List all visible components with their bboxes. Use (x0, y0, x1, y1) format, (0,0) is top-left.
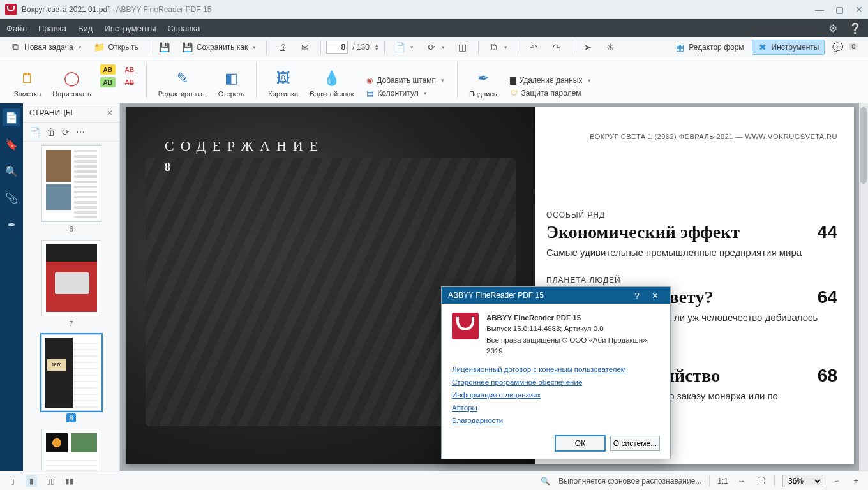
add-page-button[interactable]: 📄▾ (390, 40, 419, 54)
highlight-yellow-icon[interactable]: AB (100, 64, 116, 75)
signature-tool[interactable]: ✒Подпись (467, 67, 500, 103)
signature-icon: ✒ (473, 70, 493, 87)
edit-tool[interactable]: ✎Редактировать (156, 67, 209, 103)
comments-button[interactable]: 💬0 (827, 40, 863, 54)
sb-single-page-icon[interactable]: ▯ (6, 475, 18, 487)
title-bar: Вокруг света 2021 01.pdf - ABBYY FineRea… (0, 0, 868, 19)
menu-tools[interactable]: Инструменты (104, 24, 156, 33)
rail-bookmarks-icon[interactable]: 🔖 (3, 135, 20, 153)
add-stamp-tool[interactable]: ◉Добавить штамп▾ (363, 75, 448, 86)
save-icon: 💾 (160, 42, 170, 52)
zoom-select[interactable]: 36% (782, 475, 823, 487)
undo-button[interactable]: ↶ (523, 40, 544, 54)
thumbnail[interactable]: 1876 8 (32, 334, 110, 422)
page-down-icon[interactable]: ▼ (375, 47, 379, 52)
vertical-scrollbar[interactable] (859, 103, 868, 471)
secondary-toolbar: 🗒Заметка ◯Нарисовать AB AB AB AB ✎Редакт… (0, 57, 868, 103)
redo-button[interactable]: ↷ (546, 40, 567, 54)
dialog-close-icon[interactable]: ✕ (646, 291, 664, 301)
underline-icon[interactable]: AB (122, 64, 137, 75)
redo-icon: ↷ (551, 42, 562, 52)
dialog-link-licenses[interactable]: Информация о лицензиях (452, 391, 660, 399)
app-name: - ABBYY FineReader PDF 15 (112, 5, 212, 14)
save-as-button[interactable]: 💾Сохранить как▾ (177, 40, 261, 54)
sb-two-continuous-icon[interactable]: ▮▮ (64, 475, 75, 487)
sb-fit-width-icon[interactable]: ↔ (736, 475, 747, 487)
header-footer-icon: ▤ (366, 89, 373, 98)
zoom-out-icon[interactable]: − (831, 475, 842, 487)
eraser-icon: ◧ (221, 70, 242, 87)
pages-more-icon[interactable]: ⋯ (76, 127, 85, 137)
rail-signature-icon[interactable]: ✒ (3, 216, 20, 234)
thumbnail[interactable]: 7 (32, 240, 110, 328)
app-icon (5, 4, 17, 15)
menu-help[interactable]: Справка (167, 24, 200, 33)
save-as-icon: 💾 (183, 42, 193, 52)
rail-pages-icon[interactable]: 📄 (3, 108, 20, 126)
page-number-input[interactable] (326, 41, 348, 54)
rail-attachments-icon[interactable]: 📎 (3, 189, 20, 207)
folder-open-icon: 📁 (94, 42, 105, 52)
rotate-button[interactable]: ⟳▾ (421, 40, 450, 54)
erase-tool[interactable]: ◧Стереть (216, 67, 248, 103)
sb-two-page-icon[interactable]: ▯▯ (45, 475, 56, 487)
pages-delete-icon[interactable]: 🗑 (47, 127, 56, 137)
strikethrough-icon[interactable]: AB (122, 77, 137, 87)
dialog-link-eula[interactable]: Лицензионный договор с конечным пользова… (452, 366, 660, 373)
menu-view[interactable]: Вид (78, 24, 93, 33)
dialog-link-thirdparty[interactable]: Стороннее программное обеспечение (452, 378, 660, 386)
draw-tool[interactable]: ◯Нарисовать (50, 67, 93, 103)
zoom-in-icon[interactable]: + (850, 475, 862, 487)
tools-button[interactable]: ✖Инструменты (752, 40, 825, 55)
rail-search-icon[interactable]: 🔍 (3, 162, 20, 180)
page-overline: СОДЕРЖАНИЕ (165, 138, 324, 154)
crop-button[interactable]: ◫ (453, 40, 473, 54)
picture-tool[interactable]: 🖼Картинка (266, 67, 301, 103)
window-minimize-icon[interactable]: — (815, 4, 824, 15)
sb-search-icon[interactable]: 🔍 (539, 475, 551, 487)
open-button[interactable]: 📁Открыть (89, 40, 144, 54)
select-tool[interactable]: ☀ (601, 40, 621, 54)
sb-ratio[interactable]: 1:1 (717, 477, 728, 486)
thumbnail[interactable]: 9 (32, 429, 110, 471)
header-footer-tool[interactable]: ▤Колонтитул▾ (363, 87, 448, 99)
email-button[interactable]: ✉ (295, 40, 315, 54)
pages-rotate-icon[interactable]: ⟳ (62, 127, 70, 137)
note-tool[interactable]: 🗒Заметка (11, 67, 43, 103)
window-close-icon[interactable]: ✕ (855, 4, 863, 15)
dialog-title: ABBYY FineReader PDF 15 (448, 291, 544, 300)
page-up-icon[interactable]: ▲ (375, 43, 379, 47)
form-editor-icon: ▦ (675, 42, 685, 52)
menu-edit[interactable]: Правка (38, 24, 66, 33)
article-block: ОСОБЫЙ РЯД Экономический эффект44 Самые … (546, 211, 837, 259)
dialog-link-authors[interactable]: Авторы (452, 404, 660, 412)
new-task-button[interactable]: ⧉Новая задача▾ (5, 40, 87, 54)
ocr-button[interactable]: 🗎▾ (484, 40, 513, 54)
window-maximize-icon[interactable]: ▢ (835, 4, 844, 15)
settings-gear-icon[interactable]: ⚙ (828, 22, 837, 34)
dialog-system-info-button[interactable]: О системе... (610, 436, 660, 451)
pointer-tool[interactable]: ➤ (578, 40, 598, 54)
main-toolbar: ⧉Новая задача▾ 📁Открыть 💾 💾Сохранить как… (0, 37, 868, 57)
print-button[interactable]: 🖨 (272, 40, 292, 54)
menu-file[interactable]: Файл (6, 24, 27, 33)
help-icon[interactable]: ❔ (849, 22, 862, 34)
dialog-product-name: ABBYY FineReader PDF 15 (486, 313, 660, 323)
pages-panel-close-icon[interactable]: ✕ (107, 108, 113, 117)
sb-fit-page-icon[interactable]: ⛶ (755, 475, 767, 487)
status-text: Выполняется фоновое распознавание... (558, 477, 701, 486)
watermark-tool[interactable]: 💧Водяной знак (307, 67, 356, 103)
highlight-green-icon[interactable]: AB (100, 77, 116, 87)
form-editor-button[interactable]: ▦Редактор форм (670, 40, 749, 54)
thumbnail[interactable]: 6 (32, 145, 110, 234)
shield-icon: 🛡 (510, 89, 518, 98)
sb-continuous-icon[interactable]: ▮ (26, 475, 37, 487)
pages-add-icon[interactable]: 📄 (29, 127, 40, 137)
document-area: СОДЕРЖАНИЕ 8 62 ВОКРУГ СВЕТА 1 (2962) ФЕ… (120, 103, 868, 471)
dialog-link-thanks[interactable]: Благодарности (452, 417, 660, 424)
dialog-help-icon[interactable]: ? (628, 291, 646, 301)
delete-data-tool[interactable]: ▇Удаление данных▾ (506, 75, 595, 86)
dialog-ok-button[interactable]: ОК (555, 436, 605, 451)
password-protect-tool[interactable]: 🛡Защита паролем (506, 87, 595, 99)
save-button[interactable]: 💾 (154, 40, 175, 54)
